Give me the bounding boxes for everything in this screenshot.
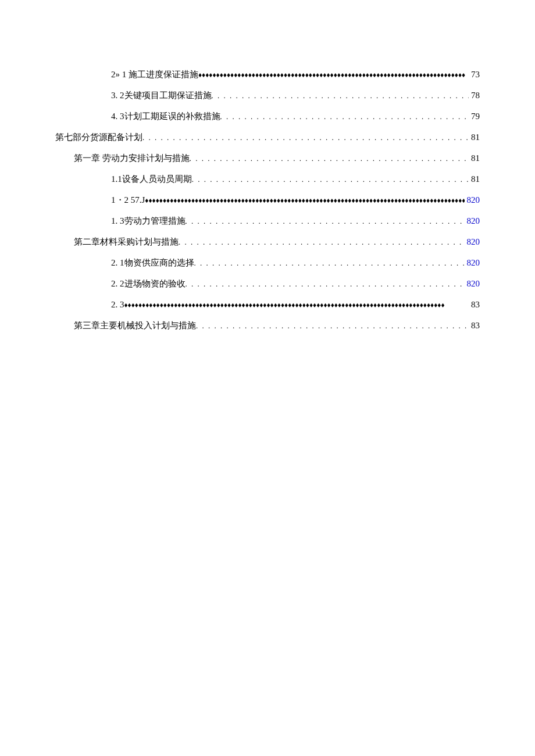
toc-page-number[interactable]: 820	[465, 231, 480, 252]
toc-page-number: 81	[469, 148, 480, 169]
toc-entry: 2. 2进场物资的验收. . . . . . . . . . . . . . .…	[55, 273, 480, 294]
toc-label: 3. 2关键项目工期保证措施	[111, 85, 212, 106]
toc-entry: 2. 1物资供应商的选择. . . . . . . . . . . . . . …	[55, 252, 480, 273]
leader-dots: . . . . . . . . . . . . . . . . . . . . …	[186, 212, 465, 230]
leader-dots: . . . . . . . . . . . . . . . . . . . . …	[142, 128, 469, 146]
leader-dots: . . . . . . . . . . . . . . . . . . . . …	[179, 233, 465, 251]
leader-diamond: ♦♦♦♦♦♦♦♦♦♦♦♦♦♦♦♦♦♦♦♦♦♦♦♦♦♦♦♦♦♦♦♦♦♦♦♦♦♦♦♦…	[124, 297, 469, 314]
toc-page-number: 79	[469, 106, 480, 127]
toc-label: 2. 2进场物资的验收	[111, 273, 186, 294]
toc-page-number: 81	[469, 169, 480, 189]
toc-entry: 1. 3劳动力管理措施. . . . . . . . . . . . . . .…	[55, 210, 480, 231]
toc-label: 1. 3劳动力管理措施	[111, 210, 186, 231]
toc-label: 2. 1物资供应商的选择	[111, 252, 194, 273]
toc-page-number: 83	[469, 294, 480, 315]
toc-label: 1・2 57.J	[111, 189, 145, 210]
toc-page-number: 78	[469, 85, 480, 106]
toc-label: 第一章 劳动力安排计划与措施	[74, 148, 190, 169]
leader-dots: . . . . . . . . . . . . . . . . . . . . …	[190, 149, 469, 167]
toc-entry: 4. 3计划工期延误的补救措施. . . . . . . . . . . . .…	[55, 106, 480, 127]
toc-label: 第三章主要机械投入计划与措施	[74, 315, 196, 336]
toc-page-number[interactable]: 820	[465, 252, 480, 273]
toc-label: 2. 3	[111, 294, 124, 315]
toc-page-number: 73	[465, 64, 480, 85]
toc-label: 1.1设备人员动员周期	[111, 169, 192, 189]
toc-page-number: 81	[469, 127, 480, 148]
toc-entry: 3. 2关键项目工期保证措施. . . . . . . . . . . . . …	[55, 85, 480, 106]
leader-dots: . . . . . . . . . . . . . . . . . . . . …	[194, 254, 465, 272]
toc-entry: 第三章主要机械投入计划与措施 . . . . . . . . . . . . .…	[55, 315, 480, 336]
leader-dots: . . . . . . . . . . . . . . . . . . . . …	[192, 170, 469, 188]
toc-label: 第二章材料采购计划与措施	[74, 231, 179, 252]
leader-dots: . . . . . . . . . . . . . . . . . . . . …	[212, 87, 469, 105]
toc-entry: 第一章 劳动力安排计划与措施 . . . . . . . . . . . . .…	[55, 148, 480, 169]
leader-dots: . . . . . . . . . . . . . . . . . . . . …	[196, 317, 469, 335]
toc-label: 2» 1 施工进度保证措施	[111, 64, 198, 85]
toc-label: 第七部分货源配备计划	[55, 127, 142, 148]
toc-entry: 2» 1 施工进度保证措施♦♦♦♦♦♦♦♦♦♦♦♦♦♦♦♦♦♦♦♦♦♦♦♦♦♦♦…	[55, 64, 480, 85]
toc-page-number[interactable]: 820	[465, 189, 480, 210]
toc-label: 4. 3计划工期延误的补救措施	[111, 106, 220, 127]
toc-entry: 第二章材料采购计划与措施 . . . . . . . . . . . . . .…	[55, 231, 480, 252]
toc-page-number: 83	[469, 315, 480, 336]
toc-page-number[interactable]: 820	[465, 210, 480, 231]
toc-entry: 1.1设备人员动员周期. . . . . . . . . . . . . . .…	[55, 169, 480, 189]
toc-entry: 第七部分货源配备计划. . . . . . . . . . . . . . . …	[55, 127, 480, 148]
toc-entry: 2. 3 ♦♦♦♦♦♦♦♦♦♦♦♦♦♦♦♦♦♦♦♦♦♦♦♦♦♦♦♦♦♦♦♦♦♦♦…	[55, 294, 480, 315]
toc-entry: 1・2 57.J♦♦♦♦♦♦♦♦♦♦♦♦♦♦♦♦♦♦♦♦♦♦♦♦♦♦♦♦♦♦♦♦…	[55, 189, 480, 210]
leader-dots: . . . . . . . . . . . . . . . . . . . . …	[186, 275, 465, 293]
table-of-contents: 2» 1 施工进度保证措施♦♦♦♦♦♦♦♦♦♦♦♦♦♦♦♦♦♦♦♦♦♦♦♦♦♦♦…	[55, 64, 480, 336]
toc-page-number[interactable]: 820	[465, 273, 480, 294]
leader-diamond: ♦♦♦♦♦♦♦♦♦♦♦♦♦♦♦♦♦♦♦♦♦♦♦♦♦♦♦♦♦♦♦♦♦♦♦♦♦♦♦♦…	[198, 67, 465, 84]
leader-dots: . . . . . . . . . . . . . . . . . . . . …	[220, 108, 469, 126]
leader-diamond: ♦♦♦♦♦♦♦♦♦♦♦♦♦♦♦♦♦♦♦♦♦♦♦♦♦♦♦♦♦♦♦♦♦♦♦♦♦♦♦♦…	[145, 192, 464, 209]
